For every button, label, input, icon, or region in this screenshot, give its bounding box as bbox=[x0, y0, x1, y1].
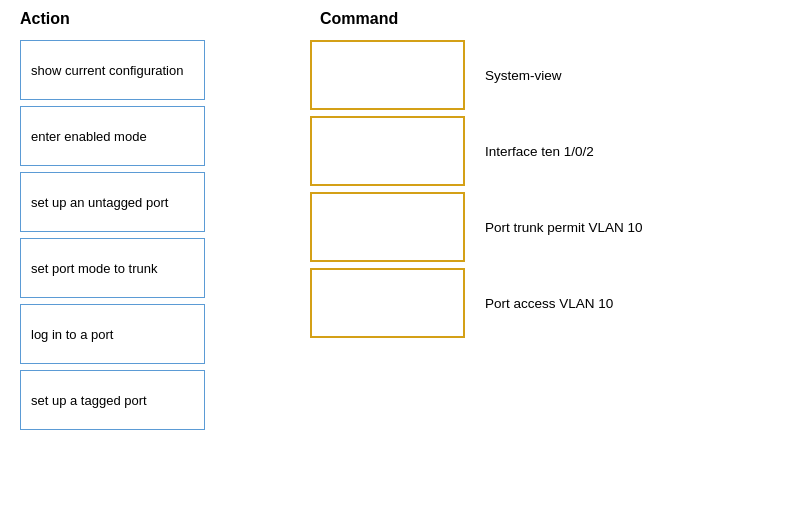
answer-column: System-view Interface ten 1/0/2 Port tru… bbox=[485, 40, 643, 338]
action-box-port-mode-trunk: set port mode to trunk bbox=[20, 238, 205, 298]
action-box-show-config: show current configuration bbox=[20, 40, 205, 100]
answer-item-1: System-view bbox=[485, 40, 643, 110]
page-container: Action Command show current configuratio… bbox=[0, 0, 800, 512]
answer-item-3: Port trunk permit VLAN 10 bbox=[485, 192, 643, 262]
command-box-3 bbox=[310, 192, 465, 262]
action-box-log-in-port: log in to a port bbox=[20, 304, 205, 364]
command-box-4 bbox=[310, 268, 465, 338]
headers-row: Action Command bbox=[20, 10, 780, 28]
action-box-enter-mode: enter enabled mode bbox=[20, 106, 205, 166]
action-box-untagged-port: set up an untagged port bbox=[20, 172, 205, 232]
action-column: show current configuration enter enabled… bbox=[20, 40, 205, 430]
answer-item-2: Interface ten 1/0/2 bbox=[485, 116, 643, 186]
command-box-2 bbox=[310, 116, 465, 186]
command-column bbox=[310, 40, 465, 338]
answer-item-4: Port access VLAN 10 bbox=[485, 268, 643, 338]
header-command: Command bbox=[320, 10, 398, 28]
action-box-tagged-port: set up a tagged port bbox=[20, 370, 205, 430]
command-box-1 bbox=[310, 40, 465, 110]
header-action: Action bbox=[20, 10, 220, 28]
content-area: show current configuration enter enabled… bbox=[20, 40, 780, 430]
